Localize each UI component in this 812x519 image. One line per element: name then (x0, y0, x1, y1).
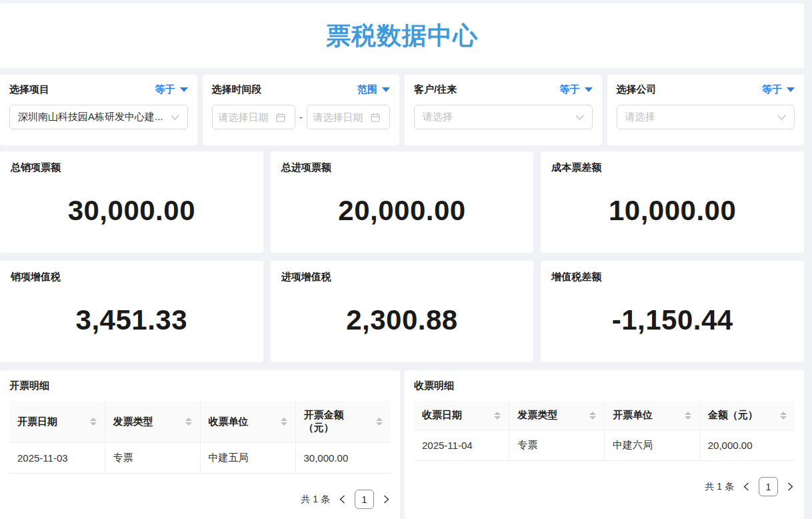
page-number-button[interactable]: 1 (355, 490, 374, 509)
sort-icon[interactable] (376, 418, 383, 426)
sort-icon[interactable] (494, 412, 501, 420)
column-header: 开票单位 (605, 401, 700, 430)
date-range-row: - (212, 105, 391, 129)
header: 票税数据中心 (0, 3, 804, 68)
caret-down-icon (787, 87, 795, 92)
filter-date-label: 选择时间段 (212, 83, 262, 96)
stat-label: 总进项票额 (281, 161, 523, 174)
stat-label: 销项增值税 (11, 271, 253, 284)
stat-label: 总销项票额 (11, 161, 253, 174)
stat-value: 2,300.88 (281, 304, 523, 336)
sort-icon[interactable] (90, 418, 97, 426)
sort-icon[interactable] (185, 418, 192, 426)
stat-label: 增值税差额 (551, 271, 793, 284)
invoice-received-table: 收票日期 发票类型 开票单位 金额（元） 2025-11-04 专票 中建六局 … (414, 401, 795, 461)
filter-customer-operator-label: 等于 (560, 83, 580, 96)
stat-cost-invoice-diff: 成本票差额 10,000.00 (541, 151, 804, 253)
sort-icon[interactable] (281, 418, 287, 426)
page-title: 票税数据中心 (326, 19, 478, 53)
filter-project-label: 选择项目 (9, 83, 49, 96)
table-row[interactable]: 2025-11-04 专票 中建六局 20,000.00 (414, 430, 795, 461)
cell-receive-date: 2025-11-04 (414, 430, 509, 461)
filter-company-operator[interactable]: 等于 (762, 83, 795, 96)
chevron-down-icon (171, 115, 179, 120)
filter-company-label: 选择公司 (617, 83, 657, 96)
next-page-icon[interactable] (382, 494, 391, 505)
cell-issue-date: 2025-11-03 (9, 443, 105, 474)
caret-down-icon (585, 87, 593, 92)
stat-label: 进项增值税 (281, 271, 523, 284)
cell-amount: 20,000.00 (699, 430, 795, 461)
stat-value: -1,150.44 (551, 304, 793, 336)
stat-value: 20,000.00 (281, 195, 523, 227)
column-header: 发票类型 (105, 401, 200, 443)
stat-value: 10,000.00 (551, 195, 793, 227)
invoice-issued-title: 开票明细 (9, 380, 391, 392)
calendar-icon (371, 113, 380, 122)
project-select-value: 深圳南山科技园A栋研发中心建... (18, 111, 163, 123)
filter-date-range: 选择时间段 范围 - (203, 75, 400, 145)
pagination-total: 共 1 条 (301, 494, 330, 506)
filter-date-head: 选择时间段 范围 (212, 83, 391, 96)
filter-project: 选择项目 等于 深圳南山科技园A栋研发中心建... (0, 75, 197, 145)
column-header: 收票日期 (414, 401, 509, 430)
cell-amount: 30,000.00 (295, 443, 391, 474)
caret-down-icon (382, 87, 390, 92)
tables-row: 开票明细 开票日期 发票类型 收票单位 开票金额（元） 2025-11-03 专… (0, 370, 804, 519)
stat-value: 3,451.33 (11, 304, 253, 336)
cell-invoice-type: 专票 (105, 443, 200, 474)
cell-invoice-type: 专票 (509, 430, 605, 461)
table-row[interactable]: 2025-11-03 专票 中建五局 30,000.00 (9, 443, 391, 474)
column-header: 开票日期 (9, 401, 105, 443)
invoice-issued-table: 开票日期 发票类型 收票单位 开票金额（元） 2025-11-03 专票 中建五… (9, 401, 391, 474)
page-number-button[interactable]: 1 (759, 477, 778, 496)
start-date-picker[interactable] (212, 105, 295, 129)
customer-select-placeholder: 请选择 (423, 111, 453, 123)
end-date-input[interactable] (313, 111, 371, 123)
column-header: 开票金额（元） (295, 401, 391, 443)
stat-label: 成本票差额 (551, 161, 793, 174)
date-range-separator: - (299, 112, 303, 123)
invoice-received-title: 收票明细 (414, 380, 795, 392)
cell-receiver-unit: 中建五局 (200, 443, 295, 474)
company-select[interactable]: 请选择 (617, 105, 795, 129)
filter-customer-label: 客户/往来 (414, 83, 457, 96)
filter-project-head: 选择项目 等于 (9, 83, 188, 96)
filter-customer-head: 客户/往来 等于 (414, 83, 593, 96)
sort-icon[interactable] (589, 412, 596, 420)
filter-row: 选择项目 等于 深圳南山科技园A栋研发中心建... 选择时间段 范围 (0, 75, 804, 145)
filter-customer: 客户/往来 等于 请选择 (405, 75, 602, 145)
prev-page-icon[interactable] (742, 481, 751, 492)
filter-company-operator-label: 等于 (762, 83, 782, 96)
prev-page-icon[interactable] (338, 494, 347, 505)
end-date-picker[interactable] (307, 105, 390, 129)
stat-total-input-invoice: 总进项票额 20,000.00 (271, 151, 534, 253)
column-header: 发票类型 (509, 401, 605, 430)
column-header: 收票单位 (200, 401, 295, 443)
invoice-received-pagination: 共 1 条 1 (414, 477, 795, 496)
sort-icon[interactable] (685, 412, 691, 420)
sort-icon[interactable] (780, 412, 787, 420)
calendar-icon (276, 113, 285, 122)
filter-project-operator[interactable]: 等于 (155, 83, 188, 96)
start-date-input[interactable] (219, 111, 276, 123)
next-page-icon[interactable] (786, 481, 795, 492)
customer-select[interactable]: 请选择 (414, 105, 593, 129)
filter-company: 选择公司 等于 请选择 (607, 75, 805, 145)
stat-row-2: 销项增值税 3,451.33 进项增值税 2,300.88 增值税差额 -1,1… (0, 261, 804, 362)
project-select[interactable]: 深圳南山科技园A栋研发中心建... (9, 105, 188, 129)
chevron-down-icon (575, 115, 584, 120)
filter-date-operator-label: 范围 (357, 83, 377, 96)
dashboard: 票税数据中心 选择项目 等于 深圳南山科技园A栋研发中心建... 选择时间段 范… (0, 0, 812, 519)
stat-total-sales-invoice: 总销项票额 30,000.00 (0, 151, 263, 253)
pagination-total: 共 1 条 (705, 481, 734, 493)
column-header: 金额（元） (699, 401, 795, 430)
stat-output-vat: 销项增值税 3,451.33 (0, 261, 263, 362)
invoice-received-panel: 收票明细 收票日期 发票类型 开票单位 金额（元） 2025-11-04 专票 … (405, 370, 804, 519)
filter-customer-operator[interactable]: 等于 (560, 83, 593, 96)
filter-project-operator-label: 等于 (155, 83, 175, 96)
table-header-row: 收票日期 发票类型 开票单位 金额（元） (414, 401, 795, 430)
invoice-issued-pagination: 共 1 条 1 (9, 490, 391, 509)
filter-date-operator[interactable]: 范围 (357, 83, 390, 96)
caret-down-icon (180, 87, 188, 92)
